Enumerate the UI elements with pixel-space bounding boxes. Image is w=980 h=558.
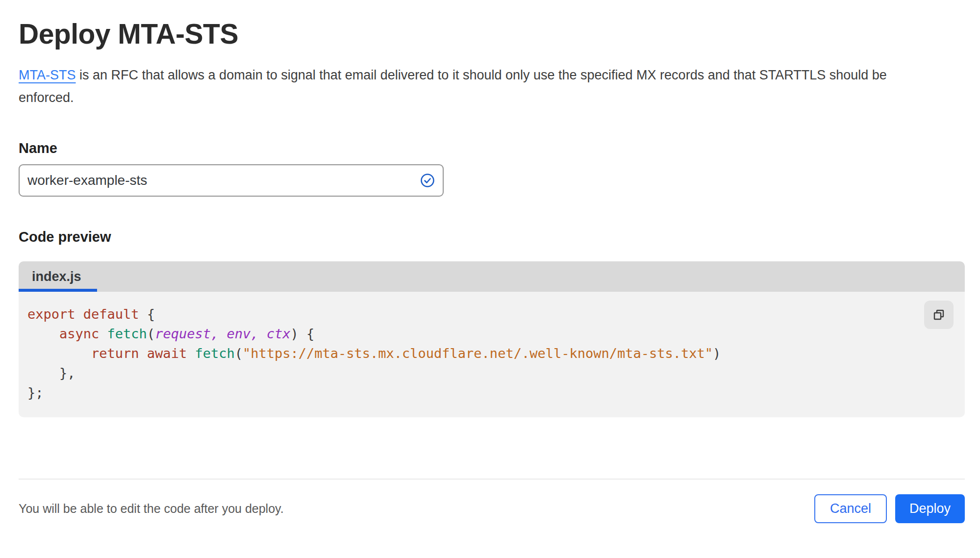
name-input-wrap <box>19 164 444 197</box>
code-line: export default { <box>27 304 916 324</box>
code-preview-label: Code preview <box>19 229 965 245</box>
name-input[interactable] <box>19 164 444 197</box>
code-content: export default { async fetch(request, en… <box>19 292 965 417</box>
description-text: is an RFC that allows a domain to signal… <box>19 68 887 105</box>
name-label: Name <box>19 140 965 156</box>
tab-index-js[interactable]: index.js <box>19 261 97 292</box>
code-preview-panel: index.js export default { async fetch(re… <box>19 261 965 417</box>
page-title: Deploy MTA-STS <box>19 18 965 50</box>
code-line: return await fetch("https://mta-sts.mx.c… <box>27 344 916 363</box>
check-circle-icon <box>420 173 435 188</box>
mta-sts-link[interactable]: MTA-STS <box>19 68 76 82</box>
copy-icon <box>932 308 945 321</box>
code-line: async fetch(request, env, ctx) { <box>27 324 916 344</box>
code-line: }, <box>27 363 916 383</box>
code-line: }; <box>27 383 916 403</box>
deploy-mta-sts-page: Deploy MTA-STS MTA-STS is an RFC that al… <box>0 18 980 523</box>
footer-divider <box>19 479 965 480</box>
footer-note: You will be able to edit the code after … <box>19 502 284 516</box>
cancel-button[interactable]: Cancel <box>814 494 887 523</box>
code-tab-bar: index.js <box>19 261 965 292</box>
copy-code-button[interactable] <box>924 301 954 329</box>
footer-actions: Cancel Deploy <box>814 494 965 523</box>
description: MTA-STS is an RFC that allows a domain t… <box>19 64 940 109</box>
tab-label: index.js <box>32 269 81 284</box>
footer: You will be able to edit the code after … <box>19 494 965 523</box>
deploy-button[interactable]: Deploy <box>895 494 965 523</box>
